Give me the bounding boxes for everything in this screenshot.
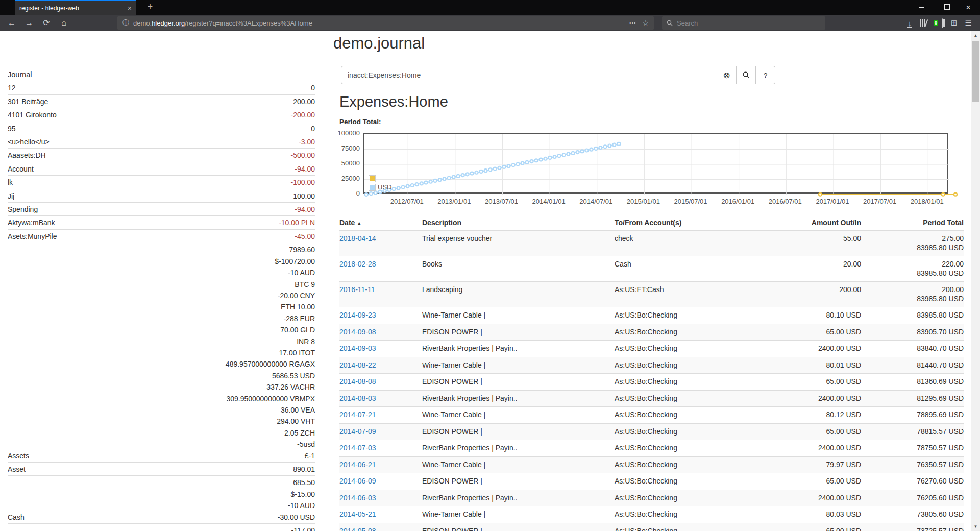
scrollbar-up-arrow[interactable]: ▲ bbox=[971, 31, 980, 40]
register-row[interactable]: 2014-07-03RiverBank Properties | Payin..… bbox=[339, 440, 964, 457]
account-link[interactable]: 4101 Girokonto bbox=[8, 108, 161, 122]
journal-row[interactable]: Journal bbox=[8, 68, 315, 81]
register-row[interactable]: 2014-08-03RiverBank Properties | Payin..… bbox=[339, 390, 964, 407]
register-row[interactable]: 2014-05-21Wine-Tarner Cable |As:US:Bo:Ch… bbox=[339, 506, 964, 523]
account-link[interactable]: Jij bbox=[8, 189, 161, 202]
account-link[interactable]: Aktywa:mBank bbox=[8, 216, 161, 229]
account-link[interactable]: 12 bbox=[8, 81, 161, 94]
browser-tab[interactable]: register - hledger-web × bbox=[15, 0, 136, 15]
sidebar-account-row[interactable]: lk-100.00 bbox=[8, 176, 315, 189]
forward-button[interactable]: → bbox=[20, 16, 38, 30]
transaction-date-link[interactable]: 2014-09-23 bbox=[339, 311, 376, 319]
sidebar-account-row[interactable]: Asset890.01 bbox=[8, 463, 315, 476]
journal-link[interactable]: Journal bbox=[8, 68, 161, 81]
window-close-button[interactable]: × bbox=[957, 0, 980, 15]
register-row[interactable]: 2014-06-09EDISON POWER |As:US:Bo:Checkin… bbox=[339, 473, 964, 490]
register-row[interactable]: 2014-09-08EDISON POWER |As:US:Bo:Checkin… bbox=[339, 324, 964, 341]
register-row[interactable]: 2018-04-14Trial expense vouchercheck55.0… bbox=[339, 230, 964, 256]
account-link[interactable]: Asset bbox=[8, 463, 161, 476]
window-restore-button[interactable] bbox=[933, 0, 957, 15]
sidebar-account-row[interactable]: Account-94.00 bbox=[8, 162, 315, 175]
sidebar-account-row[interactable]: 301 Beiträge200.00 bbox=[8, 94, 315, 108]
page-scrollbar[interactable]: ▲ ▼ bbox=[971, 31, 980, 531]
sidebar-account-row[interactable]: 950 bbox=[8, 122, 315, 135]
transaction-date-link[interactable]: 2014-08-22 bbox=[339, 361, 376, 369]
transaction-date-link[interactable]: 2014-07-09 bbox=[339, 427, 376, 436]
sidebar-account-row[interactable]: Cash685.50$-15.00-10 AUD-30.00 USD bbox=[8, 476, 315, 524]
query-input[interactable] bbox=[341, 66, 717, 84]
tab-close-icon[interactable]: × bbox=[128, 4, 132, 12]
sidebar-account-row[interactable]: -117.00 bbox=[8, 524, 315, 531]
site-info-icon[interactable]: ⓘ bbox=[122, 18, 129, 28]
transaction-date-link[interactable]: 2014-08-03 bbox=[339, 394, 376, 402]
transaction-description: Wine-Tarner Cable | bbox=[422, 307, 615, 324]
transaction-date-link[interactable]: 2014-09-03 bbox=[339, 344, 376, 352]
period-total-line: 76350.57 USD bbox=[861, 461, 964, 470]
home-button[interactable]: ⌂ bbox=[55, 16, 72, 30]
downloads-button[interactable]: ↓ bbox=[907, 19, 912, 28]
account-link[interactable]: <u>hello</u> bbox=[8, 135, 161, 149]
chart-plot-area[interactable]: USD bbox=[363, 133, 948, 194]
register-row[interactable]: 2014-09-23Wine-Tarner Cable |As:US:Bo:Ch… bbox=[339, 307, 964, 324]
register-row[interactable]: 2014-07-21Wine-Tarner Cable |As:US:Bo:Ch… bbox=[339, 407, 964, 424]
transaction-date-link[interactable]: 2014-06-03 bbox=[339, 494, 376, 502]
register-row[interactable]: 2014-06-21Wine-Tarner Cable |As:US:Bo:Ch… bbox=[339, 456, 964, 473]
sidebar-account-row[interactable]: Spending-94.00 bbox=[8, 203, 315, 216]
page-actions-icon[interactable]: ••• bbox=[629, 20, 636, 26]
browser-search-field[interactable]: Search bbox=[662, 16, 825, 30]
account-link[interactable] bbox=[8, 524, 161, 531]
scrollbar-down-arrow[interactable]: ▼ bbox=[971, 522, 980, 531]
menu-button[interactable]: ☰ bbox=[965, 18, 972, 28]
new-tab-button[interactable]: + bbox=[144, 2, 156, 12]
account-link[interactable]: Assets bbox=[8, 243, 161, 463]
account-link[interactable]: 301 Beiträge bbox=[8, 94, 161, 108]
register-row[interactable]: 2014-07-09EDISON POWER |As:US:Bo:Checkin… bbox=[339, 423, 964, 440]
register-row[interactable]: 2014-09-03RiverBank Properties | Payin..… bbox=[339, 341, 964, 357]
sidebar-account-row[interactable]: Assets7989.60$-100720.00-10 AUDBTC 9-20.… bbox=[8, 243, 315, 463]
column-header-date[interactable]: Date▲ bbox=[339, 216, 422, 230]
sidebar-account-row[interactable]: Asets:MunyPile-45.00 bbox=[8, 229, 315, 243]
account-link[interactable]: 95 bbox=[8, 122, 161, 135]
bookmark-star-icon[interactable]: ☆ bbox=[642, 19, 649, 27]
account-link[interactable]: Aaasets:DH bbox=[8, 149, 161, 162]
register-row[interactable]: 2014-05-08EDISON POWER |As:US:Bo:Checkin… bbox=[339, 523, 964, 531]
sidebar-account-row[interactable]: 4101 Girokonto-200.00 bbox=[8, 108, 315, 122]
account-link[interactable]: Asets:MunyPile bbox=[8, 229, 161, 243]
sidebar-account-row[interactable]: 120 bbox=[8, 81, 315, 94]
search-button[interactable] bbox=[737, 66, 756, 84]
register-row[interactable]: 2016-11-11LandscapingAs:US:ET:Cash200.00… bbox=[339, 282, 964, 307]
transaction-date-link[interactable]: 2014-05-21 bbox=[339, 510, 376, 518]
window-minimize-button[interactable] bbox=[910, 0, 933, 15]
account-link[interactable]: Cash bbox=[8, 476, 161, 524]
transaction-date-link[interactable]: 2014-06-09 bbox=[339, 477, 376, 485]
transaction-date-link[interactable]: 2014-08-08 bbox=[339, 377, 376, 385]
reload-button[interactable]: ⟳ bbox=[38, 16, 55, 30]
transaction-date-link[interactable]: 2014-09-08 bbox=[339, 328, 376, 336]
sidebar-account-row[interactable]: Aktywa:mBank-10.00 PLN bbox=[8, 216, 315, 229]
account-link[interactable]: lk bbox=[8, 176, 161, 189]
register-row[interactable]: 2018-02-28BooksCash20.00220.0083985.80 U… bbox=[339, 256, 964, 282]
transaction-date-link[interactable]: 2014-07-21 bbox=[339, 411, 376, 419]
clear-query-button[interactable]: ⊗ bbox=[717, 66, 737, 84]
register-row[interactable]: 2014-08-22Wine-Tarner Cable |As:US:Bo:Ch… bbox=[339, 357, 964, 374]
register-row[interactable]: 2014-06-03RiverBank Properties | Payin..… bbox=[339, 490, 964, 506]
sidebar-account-row[interactable]: <u>hello</u>-3.00 bbox=[8, 135, 315, 149]
transaction-date-link[interactable]: 2014-05-08 bbox=[339, 527, 376, 531]
account-link[interactable]: Spending bbox=[8, 203, 161, 216]
help-button[interactable]: ? bbox=[756, 66, 775, 84]
transaction-date-link[interactable]: 2018-04-14 bbox=[339, 234, 376, 243]
register-row[interactable]: 2014-08-08EDISON POWER |As:US:Bo:Checkin… bbox=[339, 374, 964, 391]
transaction-date-link[interactable]: 2014-06-21 bbox=[339, 461, 376, 469]
sidebar-account-row[interactable]: Aaasets:DH-500.00 bbox=[8, 149, 315, 162]
library-button[interactable] bbox=[920, 19, 927, 27]
extensions-grid-button[interactable]: ⊞ bbox=[951, 18, 958, 28]
transaction-date-link[interactable]: 2018-02-28 bbox=[339, 260, 376, 268]
sidebar-account-row[interactable]: Jij100.00 bbox=[8, 189, 315, 202]
account-link[interactable]: Account bbox=[8, 162, 161, 175]
scrollbar-thumb[interactable] bbox=[972, 41, 979, 102]
url-bar[interactable]: ⓘ demo.hledger.org/register?q=inacct%3AE… bbox=[117, 16, 654, 30]
transaction-date-link[interactable]: 2016-11-11 bbox=[339, 285, 375, 294]
back-button[interactable]: ← bbox=[3, 16, 20, 30]
transaction-date-link[interactable]: 2014-07-03 bbox=[339, 444, 376, 452]
sidebar-toggle-button[interactable] bbox=[942, 19, 943, 28]
